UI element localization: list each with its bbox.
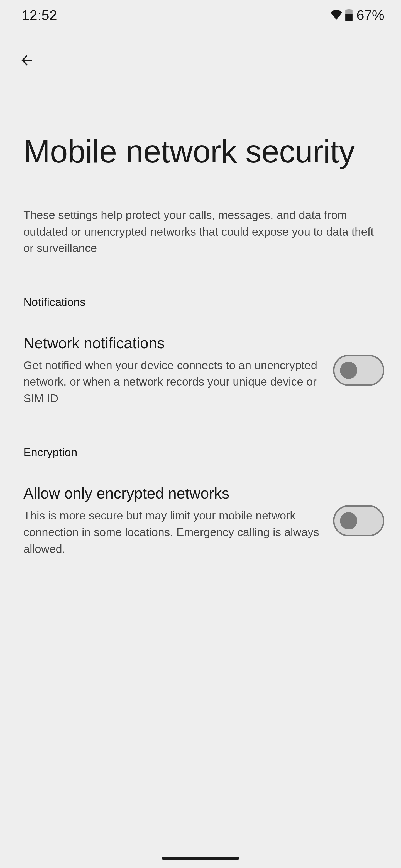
- setting-title: Allow only encrypted networks: [23, 484, 320, 502]
- page-title: Mobile network security: [0, 71, 401, 171]
- section-header-encryption: Encryption: [0, 407, 401, 459]
- section-header-notifications: Notifications: [0, 257, 401, 309]
- setting-title: Network notifications: [23, 334, 320, 352]
- battery-percent: 67%: [356, 7, 384, 23]
- wifi-icon: [330, 10, 343, 21]
- setting-text: Allow only encrypted networks This is mo…: [23, 484, 320, 558]
- navigation-handle[interactable]: [162, 857, 239, 860]
- allow-only-encrypted-toggle[interactable]: [333, 505, 384, 536]
- setting-description: Get notified when your device connects t…: [23, 357, 320, 407]
- setting-text: Network notifications Get notified when …: [23, 334, 320, 407]
- battery-icon: [345, 9, 352, 22]
- status-right-cluster: 67%: [330, 7, 384, 23]
- setting-description: This is more secure but may limit your m…: [23, 507, 320, 558]
- app-bar: [0, 31, 401, 71]
- page-description: These settings help protect your calls, …: [0, 171, 401, 256]
- setting-allow-only-encrypted[interactable]: Allow only encrypted networks This is mo…: [0, 459, 401, 558]
- switch-thumb: [340, 512, 357, 529]
- network-notifications-toggle[interactable]: [333, 355, 384, 386]
- arrow-back-icon: [19, 53, 34, 69]
- back-button[interactable]: [17, 51, 37, 71]
- status-time: 12:52: [22, 7, 57, 23]
- status-bar: 12:52 67%: [0, 0, 401, 31]
- switch-thumb: [340, 362, 357, 379]
- setting-network-notifications[interactable]: Network notifications Get notified when …: [0, 309, 401, 407]
